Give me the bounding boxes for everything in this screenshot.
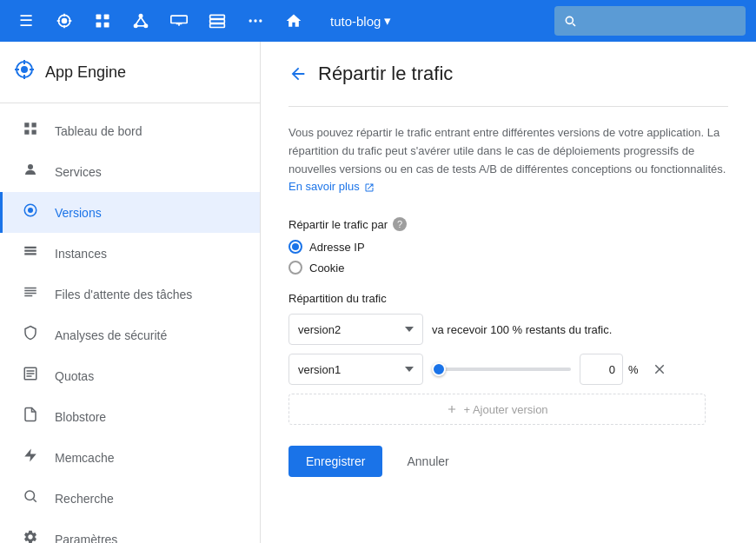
sidebar-item-recherche[interactable]: Recherche: [0, 478, 260, 519]
home-icon[interactable]: [278, 5, 309, 36]
sidebar-item-parametres-label: Paramètres: [55, 533, 117, 544]
svg-rect-21: [210, 23, 225, 27]
sidebar-item-services-label: Services: [55, 165, 102, 179]
traffic-by-section: Répartir le trafic par ? Adresse IP Cook…: [288, 217, 728, 275]
recherche-icon: [20, 488, 41, 508]
radio-cookie[interactable]: Cookie: [288, 261, 728, 275]
products-icon[interactable]: [87, 5, 118, 36]
analyses-icon: [20, 325, 41, 345]
svg-rect-46: [27, 370, 35, 372]
svg-rect-33: [24, 130, 29, 135]
sidebar-item-quotas[interactable]: Quotas: [0, 355, 260, 396]
project-dropdown-icon: ▾: [384, 13, 391, 29]
svg-line-13: [136, 17, 141, 24]
svg-rect-47: [27, 373, 35, 374]
menu-icon[interactable]: ☰: [10, 5, 42, 36]
svg-rect-19: [210, 15, 225, 18]
sidebar-item-memcache[interactable]: Memcache: [0, 437, 260, 478]
svg-rect-48: [27, 375, 32, 377]
svg-point-36: [28, 208, 33, 213]
search-bar[interactable]: [554, 6, 746, 36]
svg-rect-6: [96, 15, 102, 20]
sidebar-item-analyses-label: Analyses de sécurité: [55, 328, 167, 342]
svg-point-35: [28, 164, 33, 169]
save-button[interactable]: Enregistrer: [288, 446, 382, 477]
radio-cookie-label: Cookie: [309, 262, 344, 275]
svg-rect-34: [32, 130, 36, 135]
learn-more-link[interactable]: En savoir plus: [288, 180, 375, 193]
sidebar-item-instances-label: Instances: [55, 247, 107, 261]
project-selector[interactable]: tuto-blog ▾: [323, 10, 398, 32]
svg-point-11: [135, 24, 137, 27]
dots-icon[interactable]: [240, 5, 271, 36]
traffic-by-label: Répartir le trafic par ?: [288, 217, 728, 231]
sidebar-nav: Tableau de bord Services Versions: [0, 103, 260, 543]
radio-ip-label: Adresse IP: [309, 241, 365, 254]
cancel-button[interactable]: Annuler: [393, 446, 462, 477]
sidebar-item-analyses[interactable]: Analyses de sécurité: [0, 315, 260, 355]
sidebar-item-recherche-label: Recherche: [55, 492, 114, 506]
files-icon: [20, 284, 41, 304]
sidebar-item-versions-label: Versions: [55, 206, 102, 220]
network-icon[interactable]: [125, 5, 156, 36]
radio-cookie-circle: [288, 261, 302, 275]
storage-icon[interactable]: [202, 5, 233, 36]
help-icon[interactable]: ?: [393, 217, 407, 231]
topbar: ☰: [0, 0, 756, 42]
svg-rect-8: [96, 23, 102, 28]
svg-point-23: [254, 19, 256, 22]
traffic-by-radio-group: Adresse IP Cookie: [288, 240, 728, 275]
svg-rect-40: [24, 253, 36, 255]
search-icon: [563, 14, 577, 28]
version2-select[interactable]: version2 version1 version3: [288, 314, 423, 345]
action-buttons: Enregistrer Annuler: [288, 446, 728, 477]
project-name: tuto-blog: [330, 14, 381, 29]
distribution-label: Répartition du trafic: [288, 292, 728, 305]
page-title: Répartir le trafic: [318, 63, 453, 85]
svg-point-49: [25, 491, 35, 500]
content-header: Répartir le trafic: [288, 63, 728, 85]
svg-rect-38: [24, 247, 36, 248]
version1-slider[interactable]: [432, 368, 571, 371]
services-icon: [20, 162, 41, 182]
svg-rect-9: [104, 23, 109, 28]
svg-point-0: [62, 18, 68, 24]
svg-point-25: [21, 66, 28, 73]
svg-rect-32: [32, 123, 36, 127]
remove-version1-button[interactable]: [647, 357, 672, 381]
version1-percent-input[interactable]: 0: [580, 354, 623, 385]
blobstore-icon: [20, 407, 41, 427]
version2-row: version2 version1 version3 va recevoir 1…: [288, 314, 728, 345]
radio-ip[interactable]: Adresse IP: [288, 240, 728, 254]
svg-point-24: [259, 19, 262, 22]
quotas-icon: [20, 366, 41, 386]
svg-point-22: [249, 19, 252, 22]
sidebar-item-services[interactable]: Services: [0, 151, 260, 192]
version1-select[interactable]: version1 version2 version3: [288, 354, 423, 385]
svg-rect-7: [104, 15, 109, 20]
app-engine-nav-icon[interactable]: [49, 5, 80, 36]
sidebar-item-tableau-label: Tableau de bord: [55, 124, 142, 138]
percent-symbol: %: [628, 363, 639, 376]
sidebar-item-versions[interactable]: Versions: [0, 192, 260, 233]
main-content: Répartir le trafic Vous pouvez répartir …: [261, 42, 756, 543]
compute-icon[interactable]: [163, 5, 195, 36]
sidebar-item-files-label: Files d'attente des tâches: [55, 288, 192, 301]
app-engine-icon: [14, 59, 35, 85]
add-version-button[interactable]: + Ajouter version: [288, 394, 706, 425]
sidebar-header: App Engine: [0, 42, 260, 103]
svg-point-10: [139, 15, 142, 17]
radio-ip-circle: [288, 240, 302, 254]
sidebar-item-blobstore[interactable]: Blobstore: [0, 396, 260, 437]
sidebar-item-tableau[interactable]: Tableau de bord: [0, 110, 260, 151]
instances-icon: [20, 243, 41, 263]
back-button[interactable]: [288, 64, 308, 83]
add-version-label: + Ajouter version: [463, 403, 547, 416]
sidebar-item-instances[interactable]: Instances: [0, 233, 260, 274]
svg-rect-16: [171, 16, 187, 23]
parametres-icon: [20, 529, 41, 543]
sidebar-item-files[interactable]: Files d'attente des tâches: [0, 274, 260, 315]
svg-rect-39: [24, 250, 36, 252]
sidebar-item-parametres[interactable]: Paramètres: [0, 519, 260, 543]
main-layout: App Engine Tableau de bord: [0, 42, 756, 543]
